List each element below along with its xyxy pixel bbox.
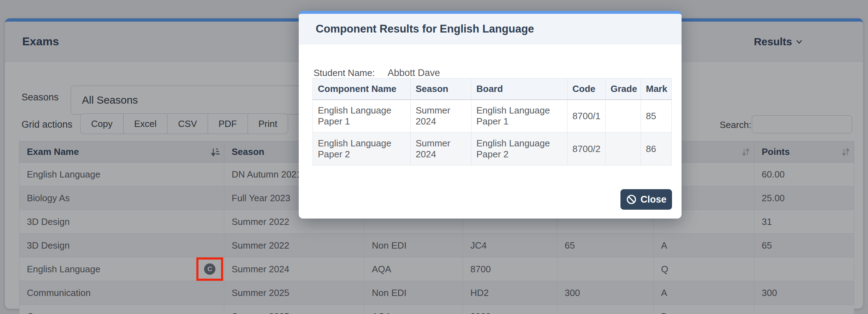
student-name-value: Abbott Dave bbox=[387, 68, 440, 78]
component-cell: 8700/2 bbox=[567, 133, 606, 165]
modal-column-header-mark: Mark bbox=[641, 78, 672, 100]
modal-column-header-grade: Grade bbox=[606, 78, 641, 100]
component-cell: English Language Paper 1 bbox=[313, 100, 411, 133]
modal-column-header-board: Board bbox=[471, 78, 567, 100]
modal-column-header-code: Code bbox=[567, 78, 606, 100]
component-cell: English Language Paper 1 bbox=[471, 100, 567, 133]
component-cell: 86 bbox=[641, 133, 672, 165]
component-row: English Language Paper 1Summer 2024Engli… bbox=[313, 100, 672, 133]
component-cell: English Language Paper 2 bbox=[313, 133, 411, 165]
modal-column-header-component-name: Component Name bbox=[313, 78, 411, 100]
component-row: English Language Paper 2Summer 2024Engli… bbox=[313, 133, 672, 165]
component-cell: Summer 2024 bbox=[411, 100, 471, 133]
student-name-label: Student Name: bbox=[314, 68, 375, 78]
component-cell bbox=[606, 133, 641, 165]
component-cell: 85 bbox=[641, 100, 672, 133]
modal-title: Component Results for English Language bbox=[316, 23, 534, 35]
badge-container: C bbox=[204, 263, 215, 275]
student-line: Student Name: Abbott Dave bbox=[314, 68, 440, 78]
modal-column-header-season: Season bbox=[411, 78, 471, 100]
ban-icon bbox=[626, 194, 637, 205]
exams-page: Exams Results Seasons All Seasons Grid a… bbox=[0, 0, 868, 314]
click-annotation-box bbox=[196, 257, 223, 281]
component-results-modal: Component Results for English Language S… bbox=[299, 11, 682, 219]
component-cell: Summer 2024 bbox=[411, 133, 471, 165]
component-cell: English Language Paper 2 bbox=[471, 133, 567, 165]
component-cell bbox=[606, 100, 641, 133]
component-table-header: Component NameSeasonBoardCodeGradeMark bbox=[313, 78, 672, 100]
close-button-label: Close bbox=[641, 194, 667, 205]
component-cell: 8700/1 bbox=[567, 100, 606, 133]
component-table-body: English Language Paper 1Summer 2024Engli… bbox=[313, 100, 672, 165]
component-results-table: Component NameSeasonBoardCodeGradeMark E… bbox=[313, 78, 672, 165]
close-button[interactable]: Close bbox=[620, 189, 672, 210]
modal-header: Component Results for English Language bbox=[299, 14, 682, 44]
